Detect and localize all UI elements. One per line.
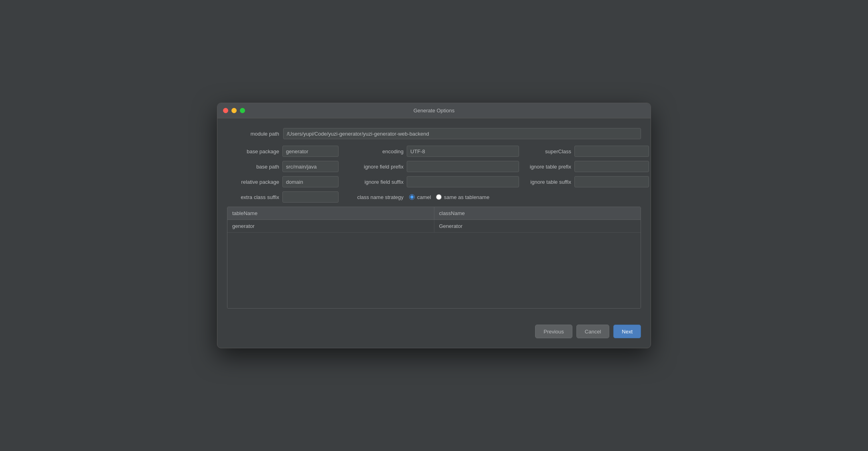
same-as-tablename-radio[interactable] — [436, 194, 442, 200]
camel-radio[interactable] — [409, 194, 415, 200]
encoding-label: encoding — [355, 148, 404, 154]
row-base-package: base package encoding superClass — [227, 146, 641, 157]
encoding-input[interactable] — [407, 146, 519, 157]
same-as-tablename-label: same as tablename — [444, 194, 489, 200]
base-package-input[interactable] — [282, 146, 339, 157]
ignore-table-suffix-group: ignore table suffix — [519, 176, 647, 187]
class-name-strategy-radio: camel same as tablename — [409, 194, 513, 200]
super-class-input[interactable] — [574, 146, 649, 157]
form-content: module path base package encoding superC… — [217, 118, 651, 317]
super-class-label: superClass — [519, 148, 571, 154]
row-extra-class: extra class suffix class name strategy c… — [227, 191, 641, 203]
extra-class-suffix-input[interactable] — [282, 191, 339, 203]
footer: Previous Cancel Next — [217, 317, 651, 348]
table-header: tableName className — [227, 207, 641, 220]
base-package-group: base package — [227, 146, 355, 157]
ignore-field-suffix-group: ignore field suffix — [355, 176, 519, 187]
row-relative-package: relative package ignore field suffix ign… — [227, 176, 641, 187]
ignore-field-suffix-label: ignore field suffix — [355, 179, 404, 185]
ignore-table-suffix-label: ignore table suffix — [519, 179, 571, 185]
table-body: generator Generator — [227, 220, 641, 308]
table-header-col1: tableName — [227, 207, 434, 219]
super-class-group: superClass — [519, 146, 647, 157]
window-title: Generate Options — [414, 108, 455, 114]
table-cell-tablename: generator — [227, 220, 434, 232]
cancel-button[interactable]: Cancel — [576, 325, 609, 338]
ignore-table-prefix-group: ignore table prefix — [519, 161, 647, 172]
traffic-lights — [223, 108, 245, 113]
previous-button[interactable]: Previous — [535, 325, 572, 338]
class-name-strategy-group: class name strategy camel same as tablen… — [355, 194, 513, 200]
module-path-input[interactable] — [283, 128, 641, 139]
ignore-field-prefix-label: ignore field prefix — [355, 164, 404, 170]
row-base-path: base path ignore field prefix ignore tab… — [227, 161, 641, 172]
base-path-label: base path — [227, 164, 279, 170]
module-path-row: module path — [227, 128, 641, 139]
ignore-table-prefix-label: ignore table prefix — [519, 164, 571, 170]
camel-radio-option[interactable]: camel — [409, 194, 431, 200]
maximize-button[interactable] — [240, 108, 245, 113]
table-row[interactable]: generator Generator — [227, 220, 641, 233]
table-header-col2: className — [434, 207, 641, 219]
generate-options-dialog: Generate Options module path base packag… — [217, 103, 651, 348]
minimize-button[interactable] — [231, 108, 237, 113]
class-name-strategy-label: class name strategy — [355, 194, 404, 200]
titlebar: Generate Options — [217, 103, 651, 118]
base-package-label: base package — [227, 148, 279, 154]
relative-package-label: relative package — [227, 179, 279, 185]
same-as-tablename-radio-option[interactable]: same as tablename — [436, 194, 489, 200]
ignore-table-suffix-input[interactable] — [574, 176, 649, 187]
module-path-label: module path — [227, 131, 279, 137]
camel-label: camel — [417, 194, 431, 200]
close-button[interactable] — [223, 108, 228, 113]
table-cell-classname: Generator — [434, 220, 641, 232]
relative-package-group: relative package — [227, 176, 355, 187]
extra-class-suffix-label: extra class suffix — [227, 194, 279, 200]
ignore-field-suffix-input[interactable] — [407, 176, 519, 187]
encoding-group: encoding — [355, 146, 519, 157]
ignore-field-prefix-input[interactable] — [407, 161, 519, 172]
next-button[interactable]: Next — [613, 325, 641, 338]
mapping-table: tableName className generator Generator — [227, 207, 641, 309]
ignore-table-prefix-input[interactable] — [574, 161, 649, 172]
base-path-group: base path — [227, 161, 355, 172]
extra-class-suffix-group: extra class suffix — [227, 191, 355, 203]
relative-package-input[interactable] — [282, 176, 339, 187]
ignore-field-prefix-group: ignore field prefix — [355, 161, 519, 172]
base-path-input[interactable] — [282, 161, 339, 172]
